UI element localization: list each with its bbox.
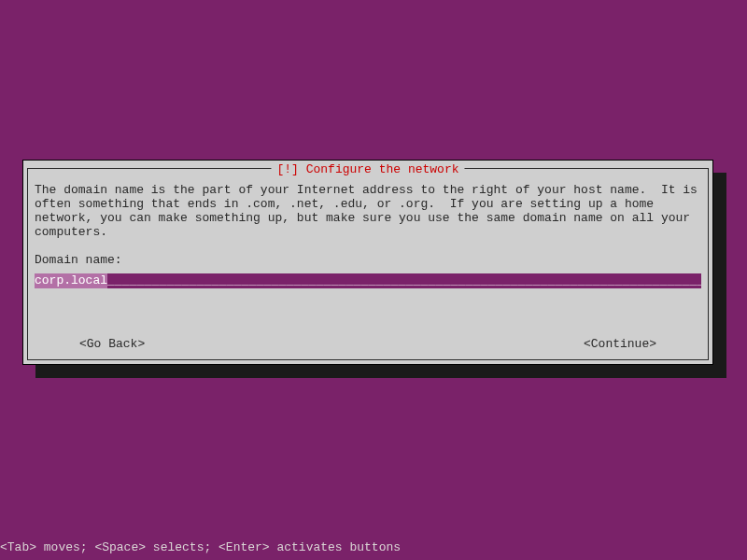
description-text: The domain name is the part of your Inte… <box>35 183 701 239</box>
dialog-body: The domain name is the part of your Inte… <box>35 183 701 351</box>
dialog-title: [!] Configure the network <box>271 162 464 176</box>
domain-name-label: Domain name: <box>35 253 701 267</box>
dialog-window: [!] Configure the network The domain nam… <box>22 160 713 365</box>
domain-name-input[interactable]: corp.local _____________________________… <box>35 273 701 288</box>
button-row: <Go Back> <Continue> <box>79 337 656 351</box>
input-filler: ________________________________________… <box>107 273 701 288</box>
help-bar: <Tab> moves; <Space> selects; <Enter> ac… <box>0 540 401 554</box>
go-back-button[interactable]: <Go Back> <box>79 337 145 351</box>
input-value: corp.local <box>35 273 107 288</box>
continue-button[interactable]: <Continue> <box>584 337 656 351</box>
